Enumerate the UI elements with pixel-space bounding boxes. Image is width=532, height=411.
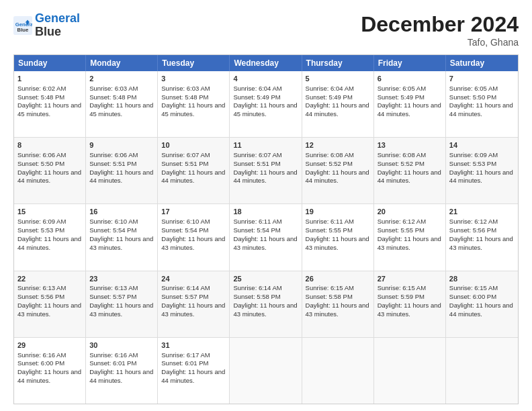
day-number: 25 bbox=[233, 274, 298, 284]
day-number: 8 bbox=[17, 140, 82, 150]
logo: General Blue General Blue bbox=[13, 12, 80, 39]
calendar-body: 1Sunrise: 6:02 AMSunset: 5:48 PMDaylight… bbox=[14, 71, 518, 404]
logo-line1: General bbox=[35, 11, 80, 25]
day-info: Sunrise: 6:02 AMSunset: 5:48 PMDaylight:… bbox=[17, 85, 81, 118]
day-cell-29: 29Sunrise: 6:16 AMSunset: 6:00 PMDayligh… bbox=[14, 338, 86, 404]
day-number: 5 bbox=[306, 74, 370, 84]
day-info: Sunrise: 6:10 AMSunset: 5:54 PMDaylight:… bbox=[89, 218, 153, 250]
day-cell-2: 2Sunrise: 6:03 AMSunset: 5:48 PMDaylight… bbox=[86, 71, 158, 137]
day-info: Sunrise: 6:05 AMSunset: 5:49 PMDaylight:… bbox=[378, 85, 441, 118]
day-cell-24: 24Sunrise: 6:14 AMSunset: 5:57 PMDayligh… bbox=[158, 271, 230, 337]
logo-text: General Blue bbox=[35, 12, 80, 39]
day-cell-25: 25Sunrise: 6:14 AMSunset: 5:58 PMDayligh… bbox=[230, 271, 302, 337]
header: General Blue General Blue December 2024 … bbox=[13, 12, 519, 48]
day-number: 11 bbox=[233, 140, 298, 150]
day-info: Sunrise: 6:16 AMSunset: 6:00 PMDaylight:… bbox=[17, 351, 81, 384]
day-cell-19: 19Sunrise: 6:11 AMSunset: 5:55 PMDayligh… bbox=[302, 204, 374, 270]
day-info: Sunrise: 6:13 AMSunset: 5:56 PMDaylight:… bbox=[17, 284, 81, 317]
col-header-friday: Friday bbox=[374, 55, 446, 71]
day-cell-11: 11Sunrise: 6:07 AMSunset: 5:51 PMDayligh… bbox=[230, 138, 302, 203]
day-cell-26: 26Sunrise: 6:15 AMSunset: 5:58 PMDayligh… bbox=[302, 271, 374, 337]
day-cell-5: 5Sunrise: 6:04 AMSunset: 5:49 PMDaylight… bbox=[302, 71, 374, 137]
day-number: 4 bbox=[233, 74, 298, 84]
day-cell-21: 21Sunrise: 6:12 AMSunset: 5:56 PMDayligh… bbox=[446, 204, 518, 270]
day-info: Sunrise: 6:12 AMSunset: 5:56 PMDaylight:… bbox=[449, 218, 513, 250]
week-row-4: 22Sunrise: 6:13 AMSunset: 5:56 PMDayligh… bbox=[14, 271, 518, 337]
day-cell-10: 10Sunrise: 6:07 AMSunset: 5:51 PMDayligh… bbox=[158, 138, 230, 203]
day-number: 1 bbox=[17, 74, 82, 84]
day-cell-15: 15Sunrise: 6:09 AMSunset: 5:53 PMDayligh… bbox=[14, 204, 86, 270]
day-number: 13 bbox=[378, 140, 442, 150]
empty-cell bbox=[230, 338, 302, 404]
day-number: 23 bbox=[89, 274, 154, 284]
day-number: 18 bbox=[233, 207, 298, 217]
calendar: SundayMondayTuesdayWednesdayThursdayFrid… bbox=[13, 54, 519, 404]
day-number: 20 bbox=[378, 207, 442, 217]
day-info: Sunrise: 6:04 AMSunset: 5:49 PMDaylight:… bbox=[233, 85, 297, 118]
day-info: Sunrise: 6:12 AMSunset: 5:55 PMDaylight:… bbox=[378, 218, 441, 250]
day-cell-17: 17Sunrise: 6:10 AMSunset: 5:54 PMDayligh… bbox=[158, 204, 230, 270]
week-row-1: 1Sunrise: 6:02 AMSunset: 5:48 PMDaylight… bbox=[14, 71, 518, 137]
day-number: 29 bbox=[17, 340, 82, 351]
day-cell-4: 4Sunrise: 6:04 AMSunset: 5:49 PMDaylight… bbox=[230, 71, 302, 137]
calendar-header: SundayMondayTuesdayWednesdayThursdayFrid… bbox=[14, 55, 518, 71]
day-number: 24 bbox=[161, 274, 226, 284]
day-cell-7: 7Sunrise: 6:05 AMSunset: 5:50 PMDaylight… bbox=[446, 71, 518, 137]
day-cell-1: 1Sunrise: 6:02 AMSunset: 5:48 PMDaylight… bbox=[14, 71, 86, 137]
day-cell-9: 9Sunrise: 6:06 AMSunset: 5:51 PMDaylight… bbox=[86, 138, 158, 203]
day-info: Sunrise: 6:11 AMSunset: 5:54 PMDaylight:… bbox=[233, 218, 297, 250]
day-info: Sunrise: 6:10 AMSunset: 5:54 PMDaylight:… bbox=[161, 218, 225, 250]
day-cell-18: 18Sunrise: 6:11 AMSunset: 5:54 PMDayligh… bbox=[230, 204, 302, 270]
col-header-saturday: Saturday bbox=[446, 55, 518, 71]
day-number: 15 bbox=[17, 207, 82, 217]
empty-cell bbox=[446, 338, 518, 404]
day-info: Sunrise: 6:03 AMSunset: 5:48 PMDaylight:… bbox=[161, 85, 225, 118]
week-row-2: 8Sunrise: 6:06 AMSunset: 5:50 PMDaylight… bbox=[14, 137, 518, 203]
day-cell-23: 23Sunrise: 6:13 AMSunset: 5:57 PMDayligh… bbox=[86, 271, 158, 337]
day-number: 21 bbox=[449, 207, 515, 217]
page: General Blue General Blue December 2024 … bbox=[0, 0, 532, 411]
day-info: Sunrise: 6:17 AMSunset: 6:01 PMDaylight:… bbox=[161, 351, 225, 384]
day-info: Sunrise: 6:03 AMSunset: 5:48 PMDaylight:… bbox=[89, 85, 153, 118]
col-header-wednesday: Wednesday bbox=[230, 55, 302, 71]
col-header-monday: Monday bbox=[86, 55, 158, 71]
day-number: 12 bbox=[306, 140, 370, 150]
day-info: Sunrise: 6:06 AMSunset: 5:50 PMDaylight:… bbox=[17, 151, 81, 184]
day-number: 26 bbox=[306, 274, 370, 284]
day-number: 30 bbox=[89, 340, 154, 351]
day-number: 6 bbox=[378, 74, 442, 84]
col-header-tuesday: Tuesday bbox=[158, 55, 230, 71]
day-cell-20: 20Sunrise: 6:12 AMSunset: 5:55 PMDayligh… bbox=[374, 204, 446, 270]
day-cell-6: 6Sunrise: 6:05 AMSunset: 5:49 PMDaylight… bbox=[374, 71, 446, 137]
day-info: Sunrise: 6:14 AMSunset: 5:57 PMDaylight:… bbox=[161, 284, 225, 317]
day-cell-3: 3Sunrise: 6:03 AMSunset: 5:48 PMDaylight… bbox=[158, 71, 230, 137]
day-cell-28: 28Sunrise: 6:15 AMSunset: 6:00 PMDayligh… bbox=[446, 271, 518, 337]
day-cell-27: 27Sunrise: 6:15 AMSunset: 5:59 PMDayligh… bbox=[374, 271, 446, 337]
generalblue-icon: General Blue bbox=[13, 16, 32, 35]
day-number: 14 bbox=[449, 140, 515, 150]
day-number: 19 bbox=[306, 207, 370, 217]
day-info: Sunrise: 6:06 AMSunset: 5:51 PMDaylight:… bbox=[89, 151, 153, 184]
day-info: Sunrise: 6:09 AMSunset: 5:53 PMDaylight:… bbox=[449, 151, 513, 184]
day-info: Sunrise: 6:07 AMSunset: 5:51 PMDaylight:… bbox=[161, 151, 225, 184]
day-info: Sunrise: 6:08 AMSunset: 5:52 PMDaylight:… bbox=[306, 151, 369, 184]
day-number: 31 bbox=[161, 340, 226, 351]
day-number: 2 bbox=[89, 74, 154, 84]
day-info: Sunrise: 6:05 AMSunset: 5:50 PMDaylight:… bbox=[449, 85, 513, 118]
day-number: 10 bbox=[161, 140, 226, 150]
day-cell-14: 14Sunrise: 6:09 AMSunset: 5:53 PMDayligh… bbox=[446, 138, 518, 203]
col-header-thursday: Thursday bbox=[302, 55, 374, 71]
day-number: 16 bbox=[89, 207, 154, 217]
day-info: Sunrise: 6:09 AMSunset: 5:53 PMDaylight:… bbox=[17, 218, 81, 250]
day-info: Sunrise: 6:08 AMSunset: 5:52 PMDaylight:… bbox=[378, 151, 441, 184]
day-info: Sunrise: 6:04 AMSunset: 5:49 PMDaylight:… bbox=[306, 85, 369, 118]
day-number: 27 bbox=[378, 274, 442, 284]
day-cell-30: 30Sunrise: 6:16 AMSunset: 6:01 PMDayligh… bbox=[86, 338, 158, 404]
day-number: 9 bbox=[89, 140, 154, 150]
day-info: Sunrise: 6:07 AMSunset: 5:51 PMDaylight:… bbox=[233, 151, 297, 184]
day-info: Sunrise: 6:15 AMSunset: 5:59 PMDaylight:… bbox=[378, 284, 441, 317]
day-cell-12: 12Sunrise: 6:08 AMSunset: 5:52 PMDayligh… bbox=[302, 138, 374, 203]
empty-cell bbox=[374, 338, 446, 404]
day-cell-31: 31Sunrise: 6:17 AMSunset: 6:01 PMDayligh… bbox=[158, 338, 230, 404]
day-info: Sunrise: 6:15 AMSunset: 5:58 PMDaylight:… bbox=[306, 284, 369, 317]
